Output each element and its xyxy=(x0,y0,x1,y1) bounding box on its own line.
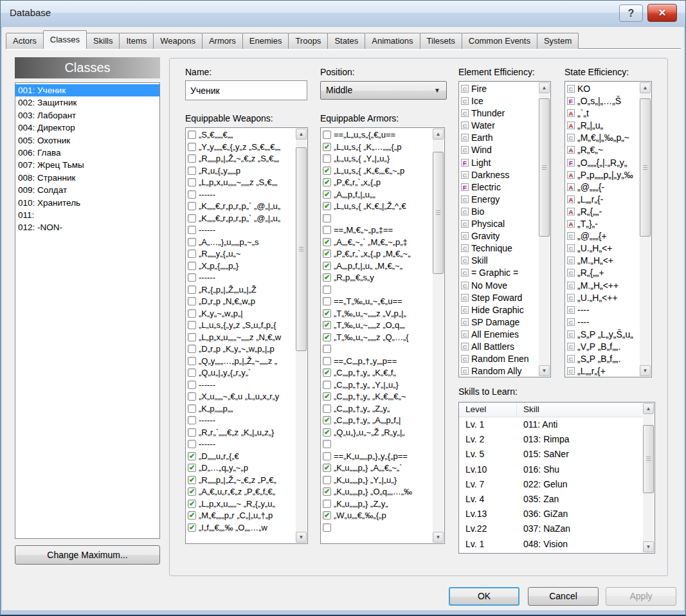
armor-item[interactable]: „C„„p„†„y„ „Z„y„ xyxy=(321,403,433,415)
element-item[interactable]: CStep Foward xyxy=(459,292,539,304)
armor-item[interactable]: „C„„p„†„y„ „K„€„„€„~ xyxy=(321,391,433,403)
weapon-item[interactable]: „D„r„p „K„y„~„w„p„|„p xyxy=(186,343,296,356)
element-item[interactable]: CIce xyxy=(459,95,539,107)
weapon-item[interactable]: ------ xyxy=(186,189,296,201)
scroll-thumb[interactable] xyxy=(640,98,651,237)
weapon-item[interactable]: „M„€„„„p„r „C„|„u„†„p xyxy=(186,510,296,522)
state-item[interactable]: C„M„€„|„‰„p„~ xyxy=(565,132,640,144)
class-list-item[interactable]: 005: Охотник xyxy=(15,134,159,147)
element-item[interactable]: CSP Damage xyxy=(459,316,539,329)
element-item[interactable]: CBio xyxy=(459,206,539,218)
armor-item[interactable]: „K„u„„„p„} „A„„€„~„` xyxy=(321,462,433,475)
state-item[interactable]: C„U.„H„<++ xyxy=(565,292,640,304)
change-maximum-button[interactable]: Change Maximum... xyxy=(15,545,160,565)
tab-actors[interactable]: Actors xyxy=(6,33,44,49)
armor-item[interactable]: „C„„p„†„y„ „K„€„f„ xyxy=(321,367,433,379)
class-list-item[interactable]: 002: Защитник xyxy=(15,96,159,109)
state-item[interactable]: C„M.„H„<+ xyxy=(565,255,640,267)
weapon-item[interactable]: „L„p„x„u„„„~ „R„{„y„u„ xyxy=(186,498,296,511)
help-button[interactable]: ? xyxy=(619,5,643,22)
scrollbar[interactable] xyxy=(640,82,651,376)
weapon-item[interactable]: ------ xyxy=(186,224,296,237)
weapon-item[interactable]: „D„r„p „N„€„w„p xyxy=(186,296,296,308)
armor-item[interactable]: „A„„p„f„|„u„„ xyxy=(321,189,433,201)
armor-item[interactable]: „T„‰„u„~„„„z „V„p„|„ xyxy=(321,308,433,320)
tab-tilesets[interactable]: Tilesets xyxy=(420,33,462,49)
element-item[interactable]: CWind xyxy=(459,144,539,156)
element-item[interactable]: CWater xyxy=(459,120,539,132)
state-item[interactable]: A„T„}„- xyxy=(565,218,640,230)
armor-item[interactable]: „K„u„„„p„} „Z„y„ xyxy=(321,498,433,511)
state-item[interactable]: A„@„„„{- xyxy=(565,181,640,194)
scroll-thumb[interactable] xyxy=(296,147,307,351)
class-list-item[interactable]: 011: xyxy=(15,209,159,221)
element-item[interactable]: CAll Battlers xyxy=(459,341,539,353)
class-list-item[interactable]: 003: Лаборант xyxy=(15,109,159,122)
element-item[interactable]: CGravity xyxy=(459,230,539,242)
skill-row[interactable]: Lv. 2013: Rimpa xyxy=(459,432,644,447)
tab-common-events[interactable]: Common Events xyxy=(462,33,537,49)
state-item[interactable]: C„V„P „B„f„„. xyxy=(565,341,640,353)
weapon-item[interactable]: „K„y„~„w„p„| xyxy=(186,308,296,320)
weapon-item[interactable]: „K„p„„„p„„ xyxy=(186,403,296,415)
element-item[interactable]: CEnergy xyxy=(459,194,539,206)
tab-enemies[interactable]: Enemies xyxy=(242,33,289,49)
weapon-item[interactable]: ------ xyxy=(186,415,296,427)
weapon-item[interactable]: „L„p„x„u„„„~„„„z „S„€„„ xyxy=(186,177,296,189)
state-item[interactable]: A„P„p„„„p„|„y„‰ xyxy=(565,169,640,181)
armor-item[interactable] xyxy=(321,213,433,225)
ok-button[interactable]: OK xyxy=(449,587,519,606)
element-item[interactable]: CNo Move xyxy=(459,280,539,292)
state-item[interactable]: A„R„{„„- xyxy=(565,206,640,218)
armor-item[interactable]: „A„„p„f„|„u„ „M„€„~„ xyxy=(321,260,433,273)
scroll-thumb[interactable] xyxy=(643,425,654,493)
weapon-item[interactable]: „A„€„u„r„€„z „P„€„f„€„ xyxy=(186,486,296,498)
armor-item[interactable]: „P„€„r„`„x„{„p „M„€„~„ xyxy=(321,248,433,260)
weapon-item[interactable]: „I„f„„€„„‰ „O„„…„w xyxy=(186,522,296,534)
position-select[interactable]: Middle ▼ xyxy=(320,81,447,100)
name-input[interactable] xyxy=(185,80,307,100)
weapon-item[interactable]: „R„„„p„|„Ž„~„€„z „S„€„„ xyxy=(186,153,296,165)
scroll-down-button[interactable] xyxy=(640,365,651,376)
class-list-item[interactable]: 004: Директор xyxy=(15,122,159,134)
element-item[interactable]: CHide Graphic xyxy=(459,304,539,316)
armor-item[interactable]: „R„p„„€„s„y xyxy=(321,272,433,284)
armor-item[interactable]: „L„u„s„{ „K„…„„„{„p xyxy=(321,141,433,154)
scrollbar[interactable] xyxy=(643,403,654,552)
skill-row[interactable]: Lv. 5015: SaNer xyxy=(459,447,644,462)
weapon-item[interactable]: ------ xyxy=(186,272,296,284)
scroll-up-button[interactable] xyxy=(643,403,654,414)
scrollbar[interactable] xyxy=(296,129,307,543)
skill-row[interactable]: Lv.10016: Shu xyxy=(459,462,644,477)
weapon-item[interactable]: „X„u„„„~„€„u „L„u„x„r„y xyxy=(186,391,296,403)
skill-row[interactable]: Lv. 4035: Zan xyxy=(459,492,644,507)
state-item[interactable]: A„R„|„u„ xyxy=(565,120,640,132)
tab-states[interactable]: States xyxy=(327,33,365,49)
skill-row[interactable]: Lv. 7022: Gelun xyxy=(459,477,644,492)
tab-animations[interactable]: Animations xyxy=(365,33,420,49)
armor-item[interactable]: „A„„€„~„` „M„€„~„p„‡ xyxy=(321,237,433,249)
armor-item[interactable] xyxy=(321,343,433,356)
state-item[interactable]: A„`„t xyxy=(565,107,640,120)
skill-row[interactable]: Lv.13036: GiZan xyxy=(459,507,644,521)
state-item[interactable]: A„R„€„~ xyxy=(565,144,640,156)
weapon-item[interactable]: „R„„„y„{„u„~ xyxy=(186,248,296,260)
armor-item[interactable]: „K„u„„„p„} „O„q„„…„‰ xyxy=(321,486,433,498)
weapon-item[interactable]: „R„„„p„|„Ž„~„€„z „P„€„ xyxy=(186,475,296,487)
weapon-item[interactable]: „Y„y„„„€„{„y„z „S„€„„€„„ xyxy=(186,141,296,154)
scroll-down-button[interactable] xyxy=(539,365,550,376)
skill-row[interactable]: Lv. 1011: Anti xyxy=(459,417,644,432)
armor-item[interactable]: ==„T„‰„u„~„€„u== xyxy=(321,296,433,308)
armor-item[interactable] xyxy=(321,439,433,451)
tab-weapons[interactable]: Weapons xyxy=(153,33,203,49)
element-item[interactable]: CAll Enemies xyxy=(459,329,539,341)
state-item[interactable]: C„S„P „B„f„„. xyxy=(565,353,640,365)
armor-item[interactable]: „T„‰„u„~„„„z „Q„…„{ xyxy=(321,332,433,344)
state-item[interactable]: CKO xyxy=(565,83,640,95)
weapon-item[interactable]: „K„„„€„r„p„r„p„` „@„|„u„ xyxy=(186,201,296,213)
skill-row[interactable]: Lv.22037: NaZan xyxy=(459,521,644,536)
column-header-skill[interactable]: Skill xyxy=(517,403,644,417)
weapon-item[interactable]: ------ xyxy=(186,379,296,392)
state-item[interactable]: C„M.„H„<++ xyxy=(565,280,640,292)
state-item[interactable]: C---- xyxy=(565,316,640,329)
